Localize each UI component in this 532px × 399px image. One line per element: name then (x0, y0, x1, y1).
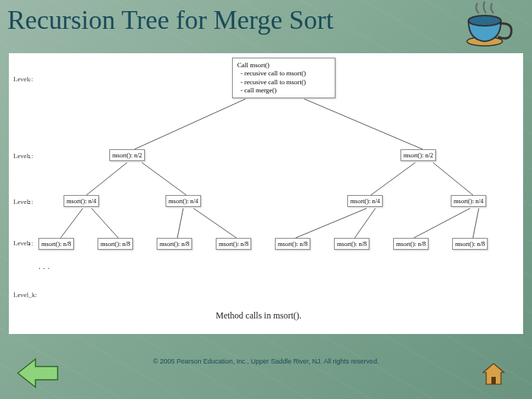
diagram-canvas: Level₀: Level₁: Level₂: Level₃: Level_k:… (9, 53, 523, 334)
svg-line-12 (296, 208, 366, 238)
svg-line-15 (473, 208, 479, 238)
ellipsis: . . . (38, 262, 50, 270)
tree-node-l3-5: msort(): n/8 (334, 238, 369, 250)
tree-node-l3-3: msort(): n/8 (216, 238, 251, 250)
tree-node-l1-0: msort(): n/2 (109, 149, 145, 161)
svg-line-13 (355, 208, 375, 238)
cup-icon (458, 0, 517, 52)
tree-node-l3-6: msort(): n/8 (393, 238, 429, 250)
tree-node-l2-0: msort(): n/4 (64, 195, 99, 207)
page-title: Recursion Tree for Merge Sort (7, 4, 333, 35)
tree-root-node: Call msort() - recusive call to msort() … (232, 58, 335, 98)
tree-node-l3-4: msort(): n/8 (275, 238, 310, 250)
level-label-0: Level₀: (13, 75, 33, 83)
copyright-text: © 2005 Pearson Education, Inc., Upper Sa… (0, 358, 532, 365)
diagram-caption: Method calls in msort(). (216, 310, 301, 321)
svg-line-7 (433, 163, 473, 195)
back-arrow-icon[interactable] (16, 358, 59, 389)
tree-node-l3-2: msort(): n/8 (157, 238, 192, 250)
svg-line-11 (194, 208, 236, 238)
tree-node-l3-7: msort(): n/8 (452, 238, 488, 250)
svg-line-9 (92, 208, 118, 238)
tree-node-l2-2: msort(): n/4 (347, 195, 383, 207)
svg-point-1 (468, 16, 501, 26)
svg-line-5 (142, 163, 186, 195)
tree-node-l3-1: msort(): n/8 (98, 238, 133, 250)
svg-marker-16 (18, 359, 58, 387)
tree-node-l3-0: msort(): n/8 (38, 238, 74, 250)
level-label-k: Level_k: (13, 291, 37, 299)
tree-node-l2-3: msort(): n/4 (451, 195, 486, 207)
svg-line-6 (371, 163, 415, 195)
svg-line-10 (177, 208, 183, 238)
level-label-2: Level₂: (13, 198, 33, 205)
tree-node-l1-1: msort(): n/2 (400, 149, 436, 161)
svg-line-4 (86, 163, 127, 195)
level-label-3: Level₃: (13, 239, 33, 247)
level-label-1: Level₁: (13, 152, 33, 160)
svg-rect-18 (491, 377, 496, 384)
svg-line-3 (304, 99, 423, 149)
svg-line-2 (134, 99, 245, 149)
home-icon[interactable] (480, 362, 507, 386)
svg-line-14 (414, 208, 470, 238)
tree-node-l2-1: msort(): n/4 (166, 195, 201, 207)
svg-line-8 (61, 208, 83, 238)
